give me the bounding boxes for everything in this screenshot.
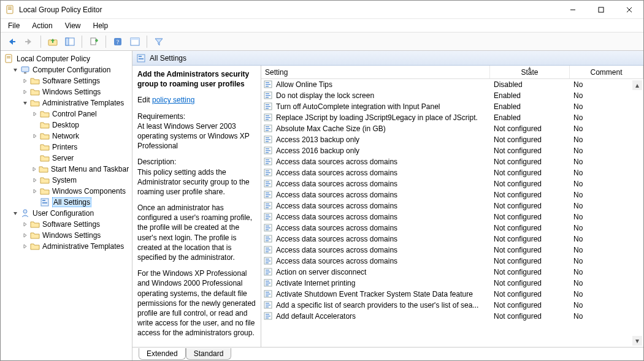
list-item[interactable]: Access data sources across domainsNot co… (261, 222, 643, 234)
setting-state: Not configured (490, 180, 570, 188)
filter-button[interactable] (151, 34, 166, 49)
maximize-button[interactable] (587, 1, 615, 19)
list-item[interactable]: Access 2016 backup onlyNot configuredNo (261, 145, 643, 156)
list-item[interactable]: Access data sources across domainsNot co… (261, 211, 643, 222)
setting-comment: No (570, 102, 643, 111)
setting-name: Access data sources across domains (276, 158, 397, 166)
menu-view[interactable]: View (60, 20, 86, 31)
folder-icon (40, 186, 50, 196)
computer-icon (20, 65, 30, 75)
export-button[interactable] (86, 34, 101, 49)
list-item[interactable]: Access data sources across domainsNot co… (261, 245, 643, 256)
list-item[interactable]: Access data sources across domainsNot co… (261, 167, 643, 178)
list-item[interactable]: Replace JScript by loading JScript9Legac… (261, 112, 643, 123)
back-button[interactable] (4, 34, 19, 49)
expand-icon[interactable] (21, 88, 29, 96)
expand-icon[interactable] (31, 188, 39, 195)
menu-help[interactable]: Help (88, 20, 113, 31)
expand-icon[interactable] (31, 132, 39, 140)
svg-rect-2 (8, 8, 12, 9)
list-item[interactable]: Add a specific list of search providers … (261, 300, 643, 311)
list-item[interactable]: Access data sources across domainsNot co… (261, 156, 643, 167)
list-item[interactable]: Action on server disconnectNot configure… (261, 267, 643, 278)
svg-rect-43 (266, 115, 269, 116)
setting-comment: No (570, 146, 643, 155)
expand-icon[interactable] (31, 177, 39, 184)
settings-list: Setting ▲State Comment ▴ ▾ Allow Online … (261, 66, 643, 347)
properties-button[interactable] (128, 34, 142, 49)
setting-name: Access data sources across domains (276, 180, 397, 188)
tree-desktop[interactable]: Desktop (1, 120, 132, 131)
tree-root[interactable]: Local Computer Policy (1, 53, 132, 64)
minimize-button[interactable] (559, 1, 587, 19)
col-setting[interactable]: Setting (261, 66, 490, 78)
list-item[interactable]: Access data sources across domainsNot co… (261, 189, 643, 200)
tree-network[interactable]: Network (1, 131, 132, 142)
up-folder-button[interactable] (45, 34, 60, 49)
list-item[interactable]: Absolute Max Cache Size (in GB)Not confi… (261, 123, 643, 134)
list-item[interactable]: Allow Online TipsDisabledNo (261, 79, 643, 90)
collapse-icon[interactable] (12, 210, 19, 217)
col-comment[interactable]: Comment (570, 66, 643, 78)
tree-printers[interactable]: Printers (1, 142, 132, 153)
svg-rect-71 (266, 192, 269, 194)
tree-uc-software[interactable]: Software Settings (1, 219, 132, 230)
expand-icon[interactable] (21, 77, 29, 85)
expand-icon[interactable] (21, 243, 29, 250)
policy-setting-link[interactable]: policy setting (152, 96, 194, 104)
desc-p2: Once an administrator has configured a u… (137, 203, 256, 262)
setting-state: Enabled (490, 102, 570, 111)
setting-name: Replace JScript by loading JScript9Legac… (276, 113, 478, 122)
svg-rect-49 (266, 130, 269, 131)
tree-cc-software[interactable]: Software Settings (1, 75, 132, 86)
expand-icon[interactable] (31, 110, 39, 118)
tree-start-menu[interactable]: Start Menu and Taskbar (1, 164, 132, 175)
scroll-up-icon[interactable]: ▴ (632, 80, 642, 90)
tree-user-config[interactable]: User Configuration (1, 208, 132, 219)
list-item[interactable]: Access data sources across domainsNot co… (261, 200, 643, 211)
tree-all-settings[interactable]: All Settings (1, 197, 132, 208)
collapse-icon[interactable] (21, 99, 29, 107)
list-item[interactable]: Add default AcceleratorsNot configuredNo (261, 311, 643, 322)
expand-icon[interactable] (21, 232, 29, 239)
tree-win-components[interactable]: Windows Components (1, 186, 132, 197)
svg-point-26 (23, 210, 27, 213)
tree-uc-admin[interactable]: Administrative Templates (1, 241, 132, 252)
tree-control-panel[interactable]: Control Panel (1, 108, 132, 120)
setting-state: Not configured (490, 202, 570, 210)
list-item[interactable]: Access data sources across domainsNot co… (261, 234, 643, 245)
desc-title: Add the Administrators security group to… (137, 69, 256, 89)
list-item[interactable]: Access data sources across domainsNot co… (261, 178, 643, 189)
tree-system[interactable]: System (1, 175, 132, 186)
tree-computer-config[interactable]: Computer Configuration (1, 64, 132, 75)
col-state[interactable]: ▲State (490, 66, 570, 78)
list-item[interactable]: Activate Internet printingNot configured… (261, 278, 643, 289)
tree-cc-admin[interactable]: Administrative Templates (1, 97, 132, 108)
list-item[interactable]: Activate Shutdown Event Tracker System S… (261, 289, 643, 300)
forward-button[interactable] (21, 34, 36, 49)
svg-rect-5 (599, 7, 604, 12)
list-item[interactable]: Turn off AutoComplete integration with I… (261, 101, 643, 112)
tree-uc-windows[interactable]: Windows Settings (1, 230, 132, 241)
tree-pane[interactable]: Local Computer Policy Computer Configura… (1, 51, 132, 360)
setting-comment: No (570, 312, 643, 321)
list-item[interactable]: Access 2013 backup onlyNot configuredNo (261, 134, 643, 145)
list-item[interactable]: Access data sources across domainsNot co… (261, 256, 643, 267)
tab-standard[interactable]: Standard (186, 348, 232, 360)
collapse-icon[interactable] (12, 66, 19, 74)
list-body[interactable]: ▴ ▾ Allow Online TipsDisabledNoDo not di… (261, 79, 643, 347)
expand-icon[interactable] (21, 221, 29, 228)
close-button[interactable] (615, 1, 643, 19)
show-hide-tree-button[interactable] (63, 34, 77, 49)
scroll-down-icon[interactable]: ▾ (632, 336, 642, 346)
help-button[interactable]: ? (110, 34, 125, 49)
menu-file[interactable]: File (3, 20, 25, 31)
tree-server[interactable]: Server (1, 153, 132, 164)
list-item[interactable]: Do not display the lock screenEnabledNo (261, 90, 643, 101)
tab-extended[interactable]: Extended (139, 348, 186, 360)
expand-icon[interactable] (31, 165, 37, 173)
tabs: Extended Standard (132, 347, 643, 360)
setting-name: Access 2013 backup only (276, 135, 359, 144)
menu-action[interactable]: Action (27, 20, 57, 31)
tree-cc-windows[interactable]: Windows Settings (1, 86, 132, 97)
